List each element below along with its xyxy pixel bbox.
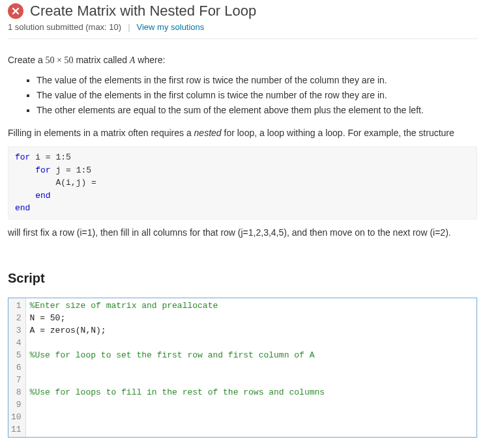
script-heading: Script xyxy=(8,271,477,286)
list-item: The value of the elements in the first r… xyxy=(37,74,477,87)
code-line[interactable] xyxy=(30,411,473,423)
code-body[interactable]: %Enter size of matrix and preallocateN =… xyxy=(26,298,477,437)
text: matrix called xyxy=(74,55,130,65)
line-number: 8 xyxy=(10,386,23,399)
closing-line: will first fix a row (i=1), then fill in… xyxy=(8,226,477,240)
code-line[interactable] xyxy=(30,374,473,386)
error-icon xyxy=(8,3,23,19)
submission-bar: 1 solution submitted (max: 10) | View my… xyxy=(8,22,477,39)
text: where: xyxy=(135,55,165,65)
problem-statement: Create a 50 × 50 matrix called A where: … xyxy=(8,53,477,240)
code-line[interactable] xyxy=(30,337,473,349)
line-number: 4 xyxy=(10,337,23,349)
text: Create a xyxy=(8,55,46,65)
code-line[interactable]: %Use for loop to set the first row and f… xyxy=(30,349,473,361)
code-line[interactable]: %Use for loops to fill in the rest of th… xyxy=(30,386,473,399)
divider: | xyxy=(128,22,130,32)
line-number: 11 xyxy=(10,423,23,436)
code-line[interactable] xyxy=(30,423,473,436)
text: Filling in elements in a matrix often re… xyxy=(8,128,194,138)
line-number: 5 xyxy=(10,349,23,361)
submission-count: 1 solution submitted (max: 10) xyxy=(8,22,121,32)
code-line[interactable] xyxy=(30,399,473,411)
matrix-size: 50 × 50 xyxy=(46,55,74,65)
intro-line: Create a 50 × 50 matrix called A where: xyxy=(8,53,477,67)
line-number: 2 xyxy=(10,312,23,324)
assignment-title: Create Matrix with Nested For Loop xyxy=(30,3,256,20)
nested-intro: Filling in elements in a matrix often re… xyxy=(8,126,477,140)
line-number: 7 xyxy=(10,374,23,386)
line-number: 1 xyxy=(10,300,23,312)
requirements-list: The value of the elements in the first r… xyxy=(8,74,477,117)
assignment-header: Create Matrix with Nested For Loop xyxy=(8,0,477,20)
code-line[interactable]: %Enter size of matrix and preallocate xyxy=(30,300,473,312)
line-number: 9 xyxy=(10,399,23,411)
line-number: 3 xyxy=(10,324,23,337)
code-editor[interactable]: 1234567891011 %Enter size of matrix and … xyxy=(8,298,477,438)
view-solutions-link[interactable]: View my solutions xyxy=(137,22,205,32)
list-item: The other elements are equal to the sum … xyxy=(37,104,477,117)
list-item: The value of the elements in the first c… xyxy=(37,89,477,102)
line-gutter: 1234567891011 xyxy=(8,298,26,437)
line-number: 10 xyxy=(10,411,23,423)
code-line[interactable] xyxy=(30,361,473,374)
text: for loop, a loop withing a loop. For exa… xyxy=(222,128,454,138)
nested-em: nested xyxy=(194,128,222,138)
example-code-block: for i = 1:5 for j = 1:5 A(i,j) = end end xyxy=(8,147,477,219)
line-number: 6 xyxy=(10,361,23,374)
code-line[interactable]: N = 50; xyxy=(30,312,473,324)
code-line[interactable]: A = zeros(N,N); xyxy=(30,324,473,337)
